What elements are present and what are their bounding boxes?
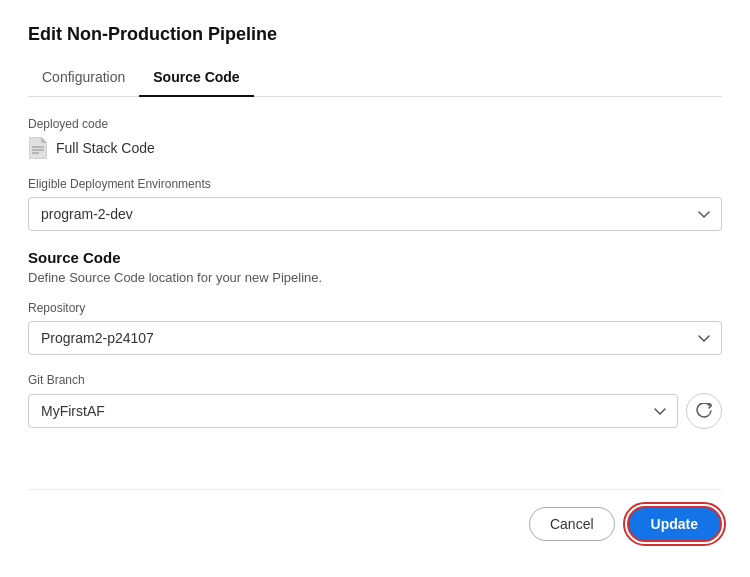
source-code-desc: Define Source Code location for your new… (28, 270, 722, 285)
source-code-section: Source Code Define Source Code location … (28, 249, 722, 429)
source-code-heading: Source Code (28, 249, 722, 266)
eligible-deployment-select[interactable]: program-2-dev program-2-staging program-… (28, 197, 722, 231)
eligible-deployment-select-wrapper: program-2-dev program-2-staging program-… (28, 197, 722, 231)
repository-select-wrapper: Program2-p24107 Program2-p24108 (28, 321, 722, 355)
repository-select[interactable]: Program2-p24107 Program2-p24108 (28, 321, 722, 355)
repository-label: Repository (28, 301, 722, 315)
tab-configuration[interactable]: Configuration (28, 61, 139, 97)
refresh-button[interactable] (686, 393, 722, 429)
deployed-code-label: Deployed code (28, 117, 722, 131)
page-title: Edit Non-Production Pipeline (28, 24, 722, 45)
git-branch-select[interactable]: MyFirstAF main develop (28, 394, 678, 428)
git-branch-group: Git Branch MyFirstAF main develop (28, 373, 722, 429)
refresh-icon (696, 403, 712, 419)
eligible-deployment-group: Eligible Deployment Environments program… (28, 177, 722, 231)
deployed-code-row: Full Stack Code (28, 137, 722, 159)
eligible-deployment-label: Eligible Deployment Environments (28, 177, 722, 191)
git-branch-select-wrapper: MyFirstAF main develop (28, 394, 678, 428)
update-button[interactable]: Update (627, 506, 722, 542)
deployed-code-value: Full Stack Code (56, 140, 155, 156)
deployed-code-group: Deployed code Full Stack Code (28, 117, 722, 159)
git-branch-label: Git Branch (28, 373, 722, 387)
git-branch-row: MyFirstAF main develop (28, 393, 722, 429)
file-icon (28, 137, 48, 159)
footer: Cancel Update (28, 489, 722, 542)
tab-source-code[interactable]: Source Code (139, 61, 253, 97)
cancel-button[interactable]: Cancel (529, 507, 615, 541)
tabs: Configuration Source Code (28, 61, 722, 97)
repository-group: Repository Program2-p24107 Program2-p241… (28, 301, 722, 355)
